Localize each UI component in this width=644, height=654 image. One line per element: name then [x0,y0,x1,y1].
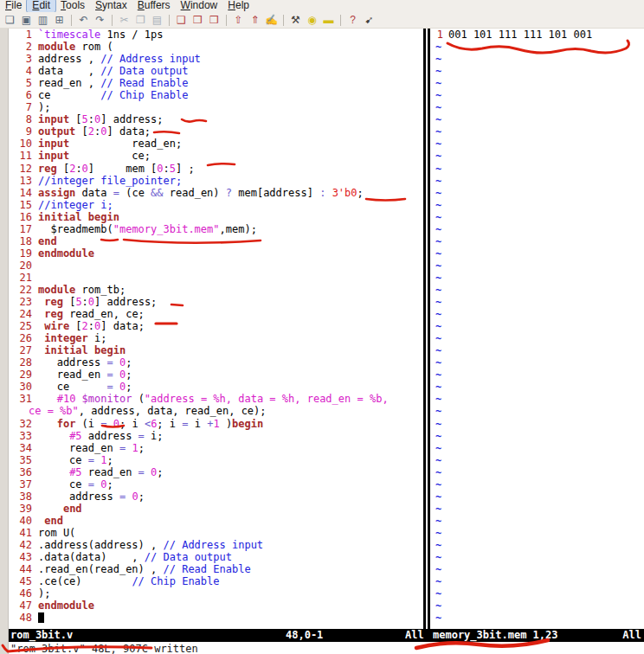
tilde-row: ~ [434,490,644,503]
tilde-row: ~ [434,612,644,624]
code-line: 14assign data = (ce && read_en) ? mem[ad… [9,187,423,199]
line-number: 48 [9,612,32,624]
tilde-row: ~ [434,320,644,332]
tilde-row: ~ [434,454,644,466]
tilde-row: ~ [434,600,644,612]
tilde-row: ~ [434,418,644,430]
code-line: 1001 101 111 111 101 001 [434,29,644,41]
line-number: 47 [9,600,32,612]
status-cursor-position: 48,0-1 [286,629,323,642]
tilde-row: ~ [434,515,644,527]
save-session-icon[interactable]: ⇑ [248,13,262,28]
copy-icon[interactable]: ❐ [133,13,148,28]
tilde-row: ~ [434,223,644,235]
make-icon[interactable]: ⚒ [288,13,303,28]
cut-icon[interactable]: ✂ [117,13,132,28]
undo-icon[interactable]: ↶ [76,13,91,28]
open-icon[interactable]: ❏ [3,13,17,28]
tilde-row: ~ [434,163,644,175]
code-line: 12reg [2:0] mem [0:5] ; [9,163,423,175]
statusbar: rom_3bit.v 48,0-1 All memory_3bit.mem 1,… [9,629,644,642]
menu-edit[interactable]: Edit [27,0,55,12]
run-script-icon[interactable]: ✍ [264,13,279,28]
code-line: 44.read_en(read_en) , // Read Enable [9,563,423,575]
tilde-row: ~ [434,125,644,138]
line-number: 16 [9,211,32,223]
window-separator[interactable] [423,29,430,629]
find-icon[interactable]: ❑ [174,13,189,28]
tilde-row: ~ [434,308,644,320]
tilde-row: ~ [434,175,644,187]
paste-icon[interactable]: ▤ [150,13,164,28]
run-ctags-icon[interactable]: ◉ [305,13,319,28]
line-number: 2 [9,41,32,53]
code-pane-left[interactable]: 1`timescale 1ns / 1ps2module rom (3addre… [9,29,423,629]
code-line: 6ce // Chip Enable [9,89,423,101]
code-pane-right[interactable]: 1001 101 111 111 101 001~~~~~~~~~~~~~~~~… [430,29,644,629]
tilde-row: ~ [434,551,644,563]
tag-jump-icon[interactable]: ▬ [321,13,336,28]
save-all-icon[interactable]: ▥ [35,13,50,28]
line-number: 38 [9,490,32,503]
line-number: 1 [9,29,32,41]
line-number: 37 [9,478,32,490]
code-line: 47endmodule [9,600,423,612]
redo-icon[interactable]: ↷ [93,13,107,28]
tilde-row: ~ [434,527,644,539]
find-next-icon[interactable]: ❒ [190,13,205,28]
tilde-row: ~ [434,587,644,600]
tilde-row: ~ [434,332,644,344]
line-number: 22 [9,284,32,296]
line-number: 6 [9,89,32,101]
find-prev-icon[interactable]: ❒ [207,13,222,28]
help-icon[interactable]: ? [345,13,360,28]
line-number: 34 [9,442,32,454]
code-line: 43.data(data) , // Data output [9,551,423,563]
code-line: 2module rom ( [9,41,423,53]
status-right-scroll: All [622,629,641,642]
menu-window[interactable]: Window [176,0,223,12]
toolbar-separator [169,15,170,26]
code-line: 26 integer i; [9,332,423,344]
line-number: 28 [9,356,32,369]
load-session-icon[interactable]: ⇧ [231,13,246,28]
line-number: 36 [9,466,32,478]
line-number: 26 [9,332,32,344]
code-line: 17 $readmemb("memory_3bit.mem",mem); [9,223,423,235]
tilde-row: ~ [434,405,644,417]
code-line: 35 ce = 1; [9,454,423,466]
code-line: 46); [9,587,423,600]
line-number: 18 [9,235,32,247]
code-line: 31 #10 $monitor ("address = %h, data = %… [9,393,423,405]
code-line: 4data , // Data output [9,65,423,77]
code-line: 30 ce = 0; [9,381,423,393]
code-line: 11input ce; [9,150,423,162]
print-icon[interactable]: ⊞ [52,13,67,28]
menu-help[interactable]: Help [222,0,254,12]
line-number: 9 [9,125,32,138]
code-line: 24 reg read_en, ce; [9,308,423,320]
menu-tools[interactable]: Tools [55,0,90,12]
code-line: 45.ce(ce) // Chip Enable [9,575,423,587]
tilde-row: ~ [434,187,644,199]
menu-buffers[interactable]: Buffers [132,0,176,12]
menu-file[interactable]: File [0,0,27,12]
code-line: 27 initial begin [9,344,423,356]
code-line: 23 reg [5:0] address; [9,296,423,308]
left-scrollbar[interactable] [0,29,9,654]
line-number: 12 [9,163,32,175]
line-number: 44 [9,563,32,575]
line-number: 24 [9,308,32,320]
find-help-icon[interactable]: ➹ [362,13,377,28]
code-line: 7); [9,101,423,113]
line-number: 30 [9,381,32,393]
line-number: 29 [9,369,32,381]
tilde-row: ~ [434,101,644,113]
line-number: 41 [9,527,32,539]
tilde-row: ~ [434,150,644,162]
tilde-row: ~ [434,503,644,515]
tilde-row: ~ [434,113,644,125]
tilde-row: ~ [434,344,644,356]
menu-syntax[interactable]: Syntax [90,0,132,12]
save-icon[interactable]: ▣ [19,13,34,28]
